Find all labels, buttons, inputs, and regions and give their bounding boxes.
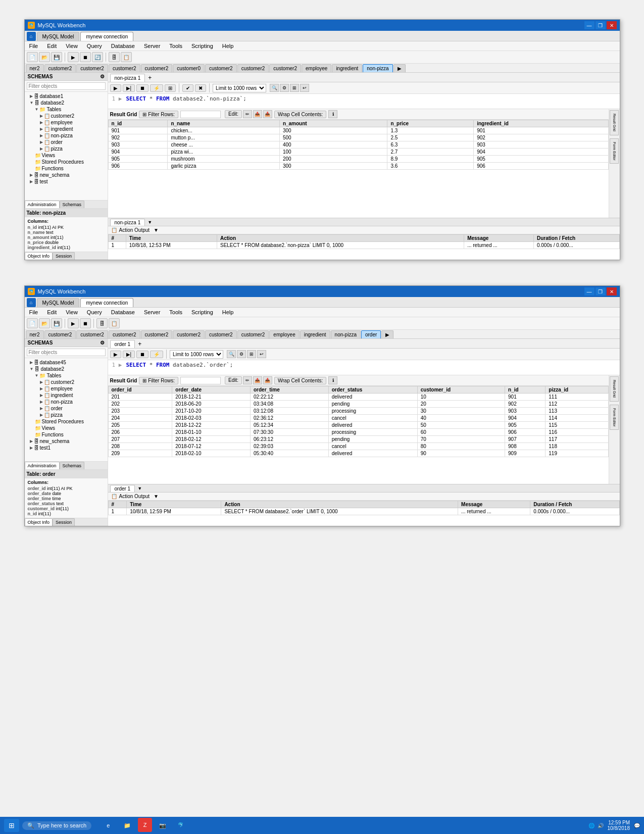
tree-order-2[interactable]: ▶ 📋 order	[25, 405, 108, 412]
import-icon-2[interactable]: 📥	[263, 376, 272, 384]
tree-ingredient-2[interactable]: ▶ 📋 ingredient	[25, 392, 108, 399]
filter-icon-2[interactable]: ⚙	[237, 350, 246, 358]
filter-rows-input-2[interactable]	[180, 377, 221, 384]
col-tab-c4-2[interactable]: customer2	[141, 330, 173, 338]
result-grid-btn-2[interactable]: Result Grid	[610, 376, 619, 402]
form-editor-btn-1[interactable]: Form Editor	[610, 138, 619, 164]
tree-test1-2[interactable]: ▶ 🗄 test1	[25, 445, 108, 451]
table-row[interactable]: 2082018-07-1202:39:03cancel80908118	[108, 443, 608, 450]
table-row[interactable]: 906garlic pizza3003.6906	[108, 163, 608, 170]
taskbar-folder[interactable]: 📁	[119, 818, 136, 833]
session-tab-2[interactable]: Session	[53, 518, 75, 526]
taskbar-camera[interactable]: 📷	[154, 818, 171, 833]
info-icon-2[interactable]: ℹ	[328, 376, 337, 384]
minimize-btn-1[interactable]: —	[584, 21, 595, 29]
col-tab-nav-1[interactable]: ▶	[393, 64, 406, 72]
limit-select-2[interactable]: Limit to 1000 rows	[170, 350, 223, 359]
edit-btn-1[interactable]: Edit:	[225, 110, 242, 118]
col-tab-c2-1[interactable]: customer2	[76, 64, 108, 72]
menu-server-2[interactable]: Server	[142, 309, 162, 316]
wrap-btn-2[interactable]: Wrap Cell Contents:	[274, 377, 326, 384]
form-editor-btn-2[interactable]: Form Editor	[610, 405, 619, 430]
filter-rows-btn-1[interactable]: ⊞ Filter Rows:	[139, 111, 178, 118]
schemas-tab-1[interactable]: Schemas	[60, 201, 85, 208]
export-icon-1[interactable]: 📤	[253, 110, 262, 118]
tree-views-2[interactable]: 📁 Views	[25, 425, 108, 431]
minimize-btn-2[interactable]: —	[584, 287, 595, 296]
table-row[interactable]: 2012018-12-2102:22:12delivered10901111	[108, 394, 608, 401]
toolbar-save-1[interactable]: 💾	[51, 52, 62, 62]
tree-views-1[interactable]: 📁 Views	[25, 152, 108, 159]
menu-database-2[interactable]: Database	[110, 309, 136, 316]
query-tab-np-1[interactable]: non-pizza 1	[110, 74, 145, 82]
toolbar-save-2[interactable]: 💾	[51, 318, 62, 328]
menu-view-2[interactable]: View	[64, 309, 79, 316]
table-row[interactable]: 901chicken...3001.3901	[108, 127, 608, 134]
tree-employee-2[interactable]: ▶ 📋 employee	[25, 385, 108, 392]
edit-icon-2[interactable]: ✏	[243, 376, 252, 384]
explain-btn-1[interactable]: ⚡	[150, 84, 163, 92]
table-row[interactable]: 2042018-02-0302:36:12cancel40904114	[108, 415, 608, 422]
tree-funcs-2[interactable]: 📁 Functions	[25, 431, 108, 438]
restore-btn-1[interactable]: ❐	[596, 21, 606, 29]
tree-ingredient-1[interactable]: ▶ 📋 ingredient	[25, 126, 108, 132]
tree-employee-1[interactable]: ▶ 📋 employee	[25, 119, 108, 126]
toolbar-table-1[interactable]: 📋	[121, 52, 132, 62]
admin-tab-1[interactable]: Administration	[25, 201, 60, 208]
new-query-btn-1[interactable]: +	[148, 74, 152, 81]
commit-btn-1[interactable]: ✔	[182, 84, 193, 92]
edit-icon-1[interactable]: ✏	[243, 110, 252, 118]
tree-newschema-2[interactable]: ▶ 🗄 new_schema	[25, 438, 108, 445]
taskbar-app-z[interactable]: Z	[138, 818, 152, 832]
magnify-icon-1[interactable]: 🔍	[270, 84, 279, 92]
filter-rows-btn-2[interactable]: ⊞ Filter Rows:	[139, 377, 178, 384]
col-tab-c6-1[interactable]: customer2	[237, 64, 269, 72]
menu-help-2[interactable]: Help	[221, 309, 235, 316]
run-sel-btn-1[interactable]: ▶|	[123, 84, 135, 92]
sql-editor-1[interactable]: 1 ▶ SELECT * FROM database2.`non-pizza`;	[108, 94, 620, 109]
info-icon-1[interactable]: ℹ	[328, 110, 337, 118]
tree-order-1[interactable]: ▶ 📋 order	[25, 139, 108, 145]
tree-tables-1[interactable]: ▼ 📁 Tables	[25, 106, 108, 113]
toolbar-run-1[interactable]: ▶	[68, 52, 79, 62]
table-row[interactable]: 2072018-02-1206:23:12pending70907117	[108, 436, 608, 443]
toolbar-run-2[interactable]: ▶	[68, 318, 79, 328]
table-row[interactable]: 904pizza wi...1002.7904	[108, 149, 608, 156]
tab-model-1[interactable]: MySQL Model	[37, 32, 80, 41]
col-tab-c0-1[interactable]: customer0	[173, 64, 205, 72]
col-tab-nav-2[interactable]: ▶	[381, 330, 393, 338]
output-dropdown-2[interactable]: ▼	[136, 485, 143, 492]
tree-nonpizza-2[interactable]: ▶ 📋 non-pizza	[25, 399, 108, 405]
filter-rows-input-1[interactable]	[180, 111, 221, 118]
menu-database-1[interactable]: Database	[110, 42, 136, 50]
table-row[interactable]: 2062018-01-1007:30:30processing60906116	[108, 429, 608, 436]
menu-tools-1[interactable]: Tools	[168, 42, 184, 50]
schemas-toggle-2[interactable]: ⚙	[100, 340, 105, 346]
wrap-icon-2[interactable]: ↩	[257, 350, 266, 358]
col-tab-nonpizza-1[interactable]: non-pizza	[363, 64, 392, 72]
col-tab-ing-2[interactable]: ingredient	[300, 330, 330, 338]
toolbar-new-1[interactable]: 📄	[27, 52, 38, 62]
notification-icon[interactable]: 💬	[634, 823, 640, 828]
filter-input-2[interactable]	[27, 349, 106, 356]
col-tab-order-2[interactable]: order	[361, 330, 381, 338]
grid-icon-1[interactable]: ⊞	[290, 84, 299, 92]
table-row[interactable]: 2032017-10-2003:12:08processing30903113	[108, 408, 608, 415]
grid-icon-2[interactable]: ⊞	[247, 350, 256, 358]
rollback-btn-1[interactable]: ✖	[195, 84, 206, 92]
tab-model-2[interactable]: MySQL Model	[37, 298, 80, 307]
menu-view-1[interactable]: View	[64, 42, 79, 50]
taskbar-mysql[interactable]: 🐬	[173, 818, 187, 832]
col-tab-c2-2[interactable]: customer2	[76, 330, 108, 338]
objinfo-tab-2[interactable]: Object Info	[25, 518, 53, 526]
tree-test-1[interactable]: ▶ 🗄 test	[25, 178, 108, 185]
toolbar-new-2[interactable]: 📄	[27, 318, 38, 328]
query-tab-ord-2[interactable]: order 1	[110, 340, 135, 348]
new-query-btn-2[interactable]: +	[138, 340, 141, 348]
col-tab-ner2-2[interactable]: ner2	[26, 330, 44, 338]
output-dropdown-arrow-2[interactable]: ▼	[154, 494, 159, 499]
tree-customer2-1[interactable]: ▶ 📋 customer2	[25, 113, 108, 119]
menu-file-2[interactable]: File	[28, 309, 40, 316]
tree-funcs-1[interactable]: 📁 Functions	[25, 165, 108, 172]
table-row[interactable]: 2092018-02-1005:30:40delivered90909119	[108, 450, 608, 457]
